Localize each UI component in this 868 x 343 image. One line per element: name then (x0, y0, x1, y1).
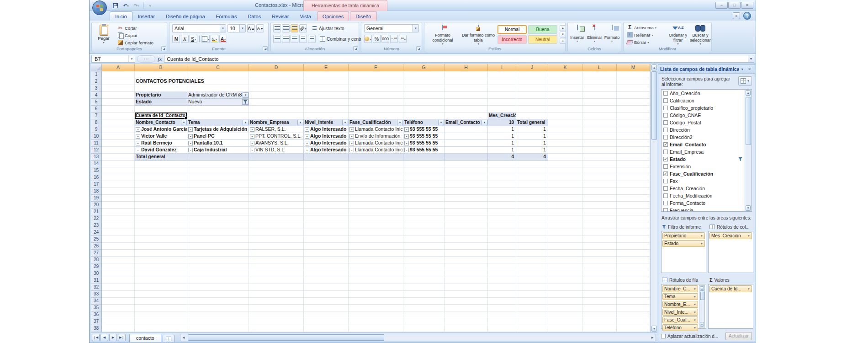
cell-K25[interactable] (548, 236, 582, 243)
office-button[interactable] (92, 0, 107, 15)
cell-D3[interactable] (249, 85, 304, 92)
underline-button[interactable]: S▾ (190, 35, 197, 43)
cell-C34[interactable] (187, 298, 249, 305)
cell-J2[interactable] (516, 78, 548, 85)
cell-I33[interactable] (488, 291, 516, 298)
alignment-dialog-launcher[interactable]: ◢ (353, 46, 358, 51)
cell-B7[interactable]: Cuenta de Id_Contacto (135, 113, 187, 119)
filter-dropdown-icon[interactable]: ▼ (181, 120, 187, 125)
help-button[interactable]: ? (743, 12, 751, 20)
row-header-1[interactable]: 1 (91, 71, 102, 78)
comma-button[interactable]: 000 (381, 35, 389, 43)
cell-C20[interactable] (187, 202, 249, 209)
cell-E22[interactable] (304, 215, 349, 222)
cell-I15[interactable] (488, 167, 516, 174)
cell-J11[interactable]: 1 (516, 140, 548, 147)
cell-M1[interactable] (617, 71, 650, 78)
field-checkbox[interactable] (663, 208, 668, 212)
column-header-K[interactable]: K (548, 64, 582, 71)
customize-qat-button[interactable]: ▾ (145, 1, 155, 10)
cell-I8[interactable]: 10 (488, 119, 516, 126)
cell-K17[interactable] (548, 181, 582, 188)
name-box-dropdown-icon[interactable]: ▼ (128, 55, 135, 62)
cell-E15[interactable] (304, 167, 349, 174)
cell-F26[interactable] (349, 243, 403, 250)
cell-D4[interactable] (249, 92, 304, 99)
style-chip-normal[interactable]: Normal (498, 25, 527, 34)
number-format-combo[interactable]: General▼ (364, 24, 419, 32)
collapse-icon[interactable]: - (136, 141, 140, 145)
filter-dropdown-icon[interactable]: ▼ (397, 120, 403, 125)
cell-G22[interactable] (403, 215, 445, 222)
horizontal-scrollbar[interactable]: ◀ ▶ (180, 334, 656, 341)
cell-A34[interactable] (102, 298, 135, 305)
cell-A21[interactable] (102, 209, 135, 215)
align-left-button[interactable] (273, 35, 281, 43)
cell-C3[interactable] (187, 85, 249, 92)
cell-B36[interactable] (135, 311, 187, 318)
orientation-button[interactable]: ab▾ (299, 24, 307, 32)
cell-K31[interactable] (548, 277, 582, 284)
cell-E11[interactable]: -Algo Interesado (304, 140, 349, 147)
cell-J3[interactable] (516, 85, 548, 92)
cell-L1[interactable] (582, 71, 617, 78)
cell-C27[interactable] (187, 250, 249, 257)
collapse-icon[interactable]: - (188, 148, 193, 152)
name-box[interactable]: B7▼ (91, 55, 135, 63)
cell-A4[interactable] (102, 92, 135, 99)
cell-G24[interactable] (403, 229, 445, 236)
cell-C18[interactable] (187, 188, 249, 195)
sort-filter-button[interactable]: Ordenar y filtrar▾ (667, 24, 688, 46)
cell-K16[interactable] (548, 174, 582, 181)
cell-K22[interactable] (548, 215, 582, 222)
cell-I13[interactable]: 4 (488, 154, 516, 161)
cell-C10[interactable]: -Panel PC (187, 133, 249, 140)
cell-G12[interactable]: -93 555 55 55 (403, 147, 445, 154)
cell-E13[interactable] (304, 154, 349, 161)
cell-K36[interactable] (548, 311, 582, 318)
row-header-16[interactable]: 16 (91, 174, 102, 181)
cell-G21[interactable] (403, 209, 445, 215)
cell-A28[interactable] (102, 257, 135, 263)
collapse-icon[interactable]: - (305, 134, 309, 139)
row-header-7[interactable]: 7 (91, 113, 102, 119)
styles-gallery-more-button[interactable]: ≡ (560, 38, 566, 44)
style-chip-buena[interactable]: Buena (528, 25, 557, 34)
cell-L35[interactable] (582, 305, 617, 311)
ribbon-tab-revisar[interactable]: Revisar (266, 11, 294, 21)
cell-I22[interactable] (488, 215, 516, 222)
cell-G20[interactable] (403, 202, 445, 209)
cell-A1[interactable] (102, 71, 135, 78)
cell-F12[interactable]: -Llamada Contacto Inicial (349, 147, 403, 154)
cell-M22[interactable] (617, 215, 650, 222)
cell-M24[interactable] (617, 229, 650, 236)
borders-button[interactable]: ▾ (201, 35, 210, 43)
cell-G35[interactable] (403, 305, 445, 311)
cell-A19[interactable] (102, 195, 135, 202)
cell-A11[interactable] (102, 140, 135, 147)
collapse-icon[interactable]: - (349, 134, 354, 139)
field-item-fecha-modificaci-n[interactable]: Fecha_Modificación (662, 192, 752, 199)
cell-L20[interactable] (582, 202, 617, 209)
cell-E1[interactable] (304, 71, 349, 78)
cell-L25[interactable] (582, 236, 617, 243)
cell-C30[interactable] (187, 270, 249, 277)
cell-F9[interactable]: -Llamada Contacto Inicial (349, 126, 403, 133)
cell-E6[interactable] (304, 106, 349, 113)
row-header-17[interactable]: 17 (91, 181, 102, 188)
cell-M19[interactable] (617, 195, 650, 202)
cell-D17[interactable] (249, 181, 304, 188)
shrink-font-button[interactable]: A▼ (256, 24, 264, 32)
cell-F18[interactable] (349, 188, 403, 195)
cell-B1[interactable] (135, 71, 187, 78)
cell-K19[interactable] (548, 195, 582, 202)
restore-button[interactable]: □ (728, 2, 741, 9)
cell-D33[interactable] (249, 291, 304, 298)
cell-E14[interactable] (304, 161, 349, 167)
cell-M13[interactable] (617, 154, 650, 161)
field-item-direcci-n[interactable]: Dirección (662, 126, 752, 134)
cell-M18[interactable] (617, 188, 650, 195)
cell-G10[interactable]: -93 555 55 55 (403, 133, 445, 140)
row-header-24[interactable]: 24 (91, 229, 102, 236)
collapse-icon[interactable]: - (136, 127, 140, 132)
